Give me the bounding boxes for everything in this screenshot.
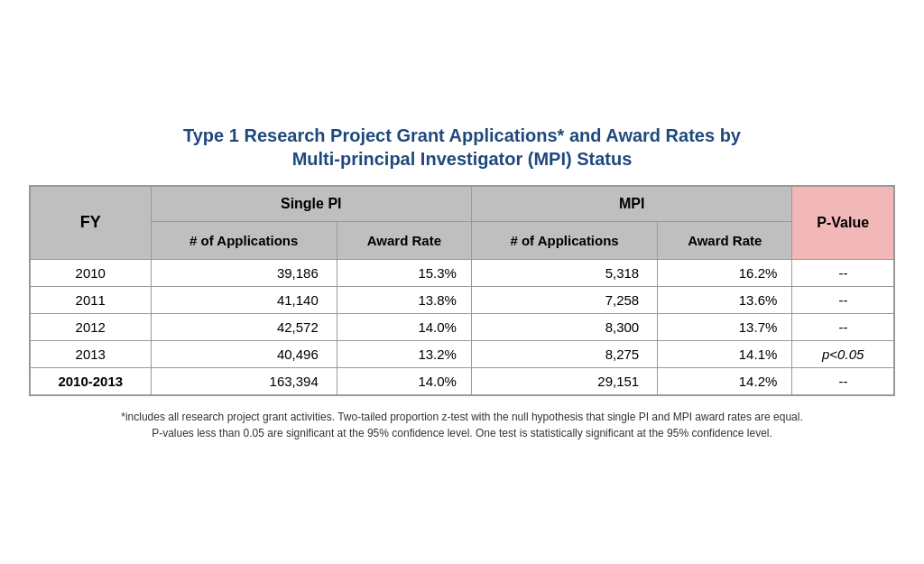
- footnote-line2: P-values less than 0.05 are significant …: [152, 427, 772, 439]
- single-apps-cell: 41,140: [151, 286, 337, 313]
- fy-cell: 2011: [30, 286, 151, 313]
- fy-cell: 2013: [30, 340, 151, 367]
- fy-cell: 2010: [30, 259, 151, 286]
- pvalue-cell: --: [792, 313, 894, 340]
- single-rate-cell: 13.2%: [337, 340, 471, 367]
- mpi-rate-cell: 13.6%: [658, 286, 792, 313]
- mpi-apps-cell: 8,275: [471, 340, 657, 367]
- single-rate-cell: 15.3%: [337, 259, 471, 286]
- mpi-rate-cell: 14.2%: [658, 367, 792, 395]
- table-row: 2013 40,496 13.2% 8,275 14.1% p<0.05: [30, 340, 894, 367]
- fy-header: FY: [30, 186, 151, 260]
- data-table: FY Single PI MPI P-Value # of Applicatio…: [29, 185, 895, 396]
- mpi-apps-cell: 8,300: [471, 313, 657, 340]
- title-line1: Type 1 Research Project Grant Applicatio…: [183, 125, 741, 145]
- single-rate-cell: 13.8%: [337, 286, 471, 313]
- fy-cell: 2010-2013: [30, 367, 151, 395]
- single-apps-cell: 42,572: [151, 313, 337, 340]
- single-apps-subheader: # of Applications: [151, 221, 337, 259]
- pvalue-header: P-Value: [792, 186, 894, 260]
- mpi-rate-subheader: Award Rate: [658, 221, 792, 259]
- mpi-apps-cell: 29,151: [471, 367, 657, 395]
- mpi-rate-cell: 13.7%: [658, 313, 792, 340]
- pvalue-cell: --: [792, 367, 894, 395]
- mpi-apps-subheader: # of Applications: [471, 221, 657, 259]
- footnote-line1: *includes all research project grant act…: [121, 411, 803, 423]
- single-rate-cell: 14.0%: [337, 313, 471, 340]
- single-rate-cell: 14.0%: [337, 367, 471, 395]
- single-apps-cell: 40,496: [151, 340, 337, 367]
- mpi-apps-cell: 7,258: [471, 286, 657, 313]
- fy-cell: 2012: [30, 313, 151, 340]
- main-container: Type 1 Research Project Grant Applicatio…: [29, 124, 895, 441]
- chart-title: Type 1 Research Project Grant Applicatio…: [29, 124, 895, 171]
- mpi-header: MPI: [471, 186, 791, 222]
- mpi-apps-cell: 5,318: [471, 259, 657, 286]
- pvalue-cell: --: [792, 259, 894, 286]
- table-row: 2010-2013 163,394 14.0% 29,151 14.2% --: [30, 367, 894, 395]
- footnote: *includes all research project grant act…: [29, 409, 895, 441]
- single-rate-subheader: Award Rate: [337, 221, 471, 259]
- pvalue-cell: p<0.05: [792, 340, 894, 367]
- table-row: 2012 42,572 14.0% 8,300 13.7% --: [30, 313, 894, 340]
- single-apps-cell: 163,394: [151, 367, 337, 395]
- mpi-rate-cell: 14.1%: [658, 340, 792, 367]
- single-apps-cell: 39,186: [151, 259, 337, 286]
- pvalue-cell: --: [792, 286, 894, 313]
- single-pi-header: Single PI: [151, 186, 471, 222]
- table-row: 2011 41,140 13.8% 7,258 13.6% --: [30, 286, 894, 313]
- title-line2: Multi-principal Investigator (MPI) Statu…: [292, 149, 633, 169]
- mpi-rate-cell: 16.2%: [658, 259, 792, 286]
- table-row: 2010 39,186 15.3% 5,318 16.2% --: [30, 259, 894, 286]
